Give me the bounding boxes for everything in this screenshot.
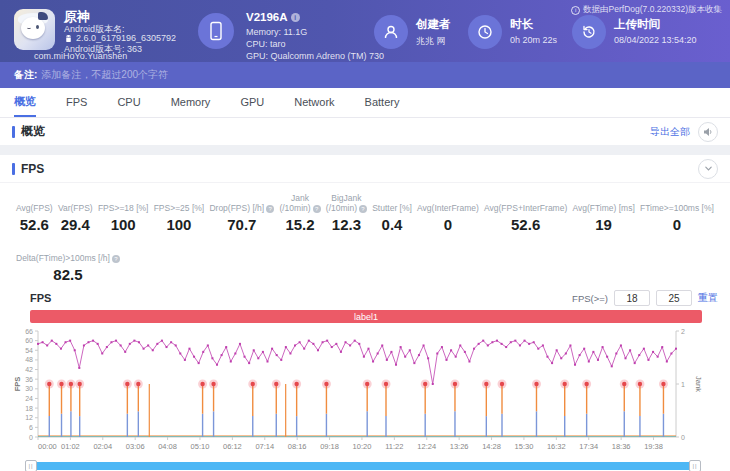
- device-info-icon[interactable]: i: [291, 13, 300, 22]
- bigjank-dot: [47, 382, 51, 386]
- metric-ftime-100ms-: FTime>=100ms [%]0: [640, 193, 714, 233]
- tab-Battery[interactable]: Battery: [365, 88, 400, 117]
- overview-title: 概览: [21, 123, 45, 140]
- tab-FPS[interactable]: FPS: [66, 88, 87, 117]
- fps-point: [299, 341, 301, 343]
- fps-point: [198, 362, 200, 364]
- creator-icon-circle: [374, 15, 408, 49]
- fps-point: [519, 344, 521, 346]
- device-memory: Memory: 11.1G: [246, 27, 307, 37]
- tab-GPU[interactable]: GPU: [240, 88, 264, 117]
- bigjank-dot: [638, 382, 642, 386]
- fps-point: [496, 340, 498, 342]
- fps-panel-title: FPS: [21, 162, 44, 176]
- metric-label-line: Var(FPS): [58, 203, 93, 213]
- fps-point: [413, 362, 415, 364]
- chart-region-label[interactable]: label1: [30, 310, 702, 323]
- fps-point: [166, 346, 168, 348]
- fps-point: [248, 362, 250, 364]
- collapse-button[interactable]: [698, 159, 718, 179]
- x-tick-label: 00:00: [38, 442, 57, 451]
- y-tick-label: 30: [25, 385, 33, 392]
- metric-drop-fps-h-: Drop(FPS) [/h]?70.7: [209, 193, 274, 233]
- overview-section-header: 概览 导出全部: [0, 118, 730, 145]
- device-model: V2196A i: [246, 11, 300, 23]
- help-icon[interactable]: ?: [359, 205, 367, 213]
- fps-point: [69, 340, 71, 342]
- fps-point: [542, 344, 544, 346]
- fps-point: [239, 343, 241, 345]
- metric-label-line: (/10min)?: [279, 203, 320, 213]
- fps-threshold-input-2[interactable]: [656, 290, 692, 306]
- help-icon[interactable]: ?: [313, 205, 321, 213]
- fps-point: [620, 344, 622, 346]
- metric-label: Stutter [%]: [372, 193, 412, 213]
- metric-label: FTime>=100ms [%]: [640, 193, 714, 213]
- x-tick-label: 05:10: [191, 442, 210, 451]
- tab-Network[interactable]: Network: [294, 88, 334, 117]
- help-icon[interactable]: ?: [112, 255, 120, 263]
- y-tick-label: 18: [25, 405, 33, 412]
- fps-chart-svg: 0612182430364248546066012FPSJank00:0001:…: [12, 325, 718, 455]
- tab-CPU[interactable]: CPU: [117, 88, 140, 117]
- fps-threshold-input-1[interactable]: [614, 290, 650, 306]
- metric-label: FPS>=18 [%]: [98, 193, 149, 213]
- tab-Memory[interactable]: Memory: [171, 88, 211, 117]
- fps-point: [244, 356, 246, 358]
- metric-label-line: (/10min)?: [326, 203, 367, 213]
- clock-icon: [477, 24, 493, 40]
- upload-icon-circle: [572, 15, 606, 49]
- metric-label-line: FPS>=25 [%]: [154, 203, 205, 213]
- fps-point: [303, 348, 305, 350]
- package-name: com.miHoYo.Yuanshen: [34, 51, 127, 61]
- scrollbar-handle-left[interactable]: ||: [25, 460, 37, 471]
- fps-point: [450, 349, 452, 351]
- fps-point: [569, 344, 571, 346]
- announce-button[interactable]: [698, 122, 718, 142]
- tab-概览[interactable]: 概览: [14, 88, 36, 117]
- android-icon: [64, 34, 73, 43]
- fps-point: [133, 340, 135, 342]
- fps-point: [262, 351, 264, 353]
- duration-value: 0h 20m 22s: [510, 35, 557, 45]
- speaker-icon: [703, 127, 713, 137]
- chart-range-scrollbar[interactable]: || ||: [12, 460, 718, 471]
- fps-point: [143, 348, 145, 350]
- collector-version-text: 数据由PerfDog(7.0.220332)版本收集: [583, 4, 722, 16]
- android-version-value: 2.6.0_6179196_6305792: [76, 33, 176, 43]
- metric-value: 0: [640, 216, 714, 233]
- fps-point: [597, 359, 599, 361]
- fps-point: [65, 341, 67, 343]
- fps-point: [574, 364, 576, 366]
- metric-label-line: FPS>=18 [%]: [98, 203, 149, 213]
- scrollbar-handle-right[interactable]: ||: [689, 460, 701, 471]
- fps-chart: 0612182430364248546066012FPSJank00:0001:…: [0, 325, 730, 459]
- metric-label-line: Stutter [%]: [372, 203, 412, 213]
- fps-point: [537, 348, 539, 350]
- fps-point: [170, 341, 172, 343]
- help-icon[interactable]: ?: [266, 205, 274, 213]
- notes-placeholder: 添加备注，不超过200个字符: [41, 68, 168, 82]
- metric-avg-fps-: Avg(FPS)52.6: [16, 193, 53, 233]
- fps-point: [87, 341, 89, 343]
- notes-bar[interactable]: 备注: 添加备注，不超过200个字符: [0, 62, 730, 88]
- fps-point: [634, 362, 636, 364]
- y2-axis-label: Jank: [694, 376, 703, 392]
- metric-avg-interframe-: Avg(InterFrame)0: [417, 193, 479, 233]
- metric-var-fps-: Var(FPS)29.4: [58, 193, 93, 233]
- x-tick-label: 13:26: [450, 442, 469, 451]
- export-all-link[interactable]: 导出全部: [650, 125, 690, 139]
- reset-button[interactable]: 重置: [698, 291, 718, 305]
- fps-point: [326, 340, 328, 342]
- fps-point: [657, 356, 659, 358]
- bigjank-dot: [534, 382, 538, 386]
- fps-point: [266, 361, 268, 363]
- metric-fps-25-: FPS>=25 [%]100: [154, 193, 205, 233]
- scrollbar-track[interactable]: [30, 462, 696, 470]
- section-tabs: 概览FPSCPUMemoryGPUNetworkBattery: [0, 88, 730, 118]
- metric-value: 15.2: [279, 216, 320, 233]
- fps-point: [276, 354, 278, 356]
- metric-label: Delta(FTime)>100ms [/h]?: [16, 243, 120, 263]
- fps-point: [345, 341, 347, 343]
- metric-value: 82.5: [16, 266, 120, 283]
